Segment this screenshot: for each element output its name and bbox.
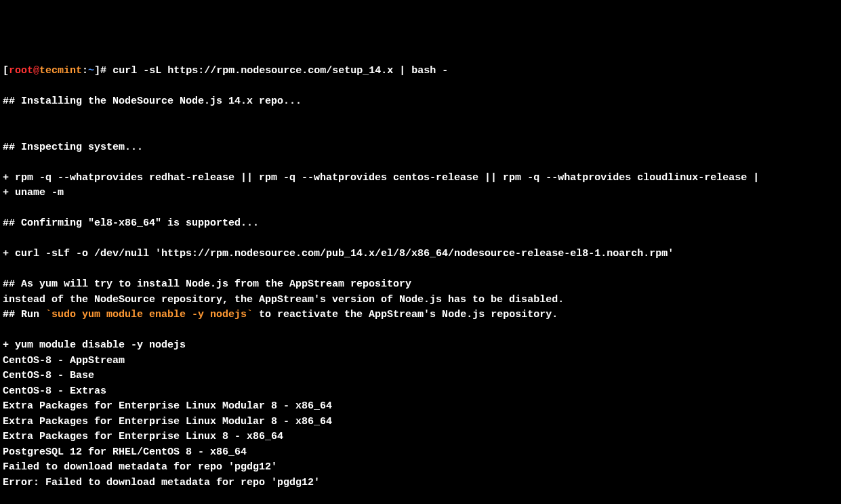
output-line: instead of the NodeSource repository, th… — [3, 294, 564, 306]
prompt-host: tecmint — [39, 65, 82, 77]
output-line: PostgreSQL 12 for RHEL/CentOS 8 - x86_64 — [3, 446, 247, 458]
prompt-colon: : — [82, 65, 88, 77]
output-line: ## Installing the NodeSource Node.js 14.… — [3, 96, 302, 107]
prompt-at: @ — [33, 65, 39, 77]
output-line: CentOS-8 - AppStream — [3, 355, 125, 366]
output-text: to reactivate the AppStream's Node.js re… — [253, 309, 558, 320]
output-line: Extra Packages for Enterprise Linux 8 - … — [3, 431, 283, 442]
prompt-symbol: # — [100, 65, 112, 77]
output-line: ## As yum will try to install Node.js fr… — [3, 278, 411, 290]
prompt-open-bracket: [ — [3, 65, 9, 77]
output-line: CentOS-8 - Base — [3, 370, 94, 381]
prompt-user: root — [9, 65, 33, 77]
prompt-path: ~ — [88, 65, 94, 77]
output-line: Error: Failed to download metadata for r… — [3, 477, 320, 488]
output-line: ## Run `sudo yum module enable -y nodejs… — [3, 309, 558, 320]
prompt-line[interactable]: [root@tecmint:~]# curl -sL https://rpm.n… — [3, 65, 448, 77]
output-line: + uname -m — [3, 187, 64, 198]
output-line: ## Inspecting system... — [3, 142, 143, 153]
prompt-close-bracket: ] — [94, 65, 100, 77]
output-line: ## Confirming "el8-x86_64" is supported.… — [3, 217, 259, 229]
output-line: + curl -sLf -o /dev/null 'https://rpm.no… — [3, 248, 674, 259]
output-line: Extra Packages for Enterprise Linux Modu… — [3, 416, 332, 427]
output-line: Failed to download metadata for repo 'pg… — [3, 461, 277, 473]
output-line: + rpm -q --whatprovides redhat-release |… — [3, 172, 759, 184]
command-input[interactable]: curl -sL https://rpm.nodesource.com/setu… — [112, 65, 448, 77]
output-line: CentOS-8 - Extras — [3, 385, 106, 397]
output-text: ## Run — [3, 309, 45, 320]
output-line: Extra Packages for Enterprise Linux Modu… — [3, 400, 332, 412]
terminal-output: [root@tecmint:~]# curl -sL https://rpm.n… — [3, 64, 838, 504]
highlighted-command: `sudo yum module enable -y nodejs` — [45, 309, 253, 320]
output-line: + yum module disable -y nodejs — [3, 339, 186, 351]
